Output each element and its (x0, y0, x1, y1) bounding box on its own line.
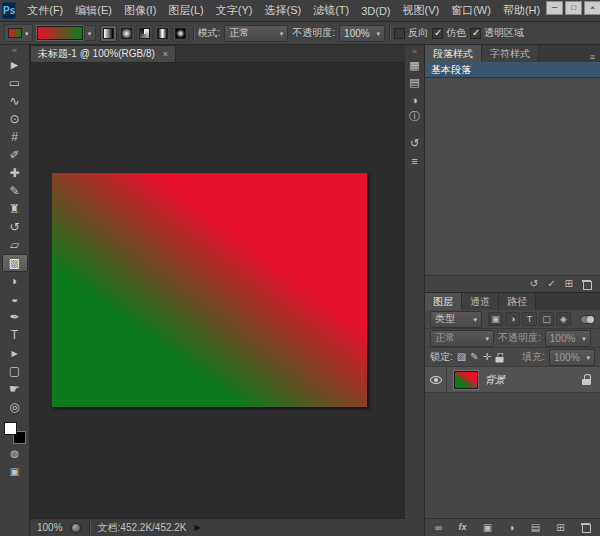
link-layers-icon[interactable]: ∞ (435, 523, 442, 533)
crop-tool[interactable]: # (2, 128, 28, 146)
history-brush-tool[interactable]: ↺ (2, 218, 28, 236)
layer-blend-mode-select[interactable]: 正常 (430, 330, 494, 347)
transparency-checkbox-group[interactable]: 透明区域 (470, 26, 524, 40)
filter-type-select[interactable]: 类型 (430, 311, 482, 328)
hand-tool[interactable]: ☛ (2, 380, 28, 398)
zoom-tool[interactable]: ◎ (2, 398, 28, 416)
add-layer-mask-icon[interactable]: ▣ (483, 523, 492, 533)
filter-pixel-layers-icon[interactable]: ▣ (488, 312, 503, 326)
filtering-toggle[interactable] (580, 315, 595, 324)
filter-adjustment-layers-icon[interactable]: ◑ (505, 312, 520, 326)
lock-position-icon[interactable]: ✛ (483, 352, 491, 362)
brush-tool[interactable]: ✎ (2, 182, 28, 200)
layer-visibility-cell[interactable] (425, 367, 447, 392)
delete-style-icon[interactable] (582, 279, 591, 290)
panel-menu-icon[interactable]: ≡ (585, 52, 600, 62)
lock-image-pixels-icon[interactable]: ✎ (470, 352, 478, 362)
filter-shape-layers-icon[interactable]: ▢ (539, 312, 554, 326)
swatches-panel-icon[interactable]: ▤ (406, 74, 424, 91)
tab-paragraph-styles[interactable]: 段落样式 (425, 45, 482, 62)
new-group-icon[interactable]: ▤ (531, 523, 540, 533)
gradient-preview-swatch[interactable] (37, 26, 83, 40)
diamond-gradient-button[interactable] (172, 25, 189, 42)
menu-3d[interactable]: 3D(D) (355, 0, 396, 21)
filter-type-layers-icon[interactable]: T (522, 312, 537, 326)
menu-edit[interactable]: 编辑(E) (69, 0, 118, 21)
foreground-color-swatch[interactable] (4, 422, 17, 435)
lock-all-icon[interactable] (495, 352, 503, 362)
tab-close-icon[interactable]: × (163, 49, 168, 59)
menu-layer[interactable]: 图层(L) (162, 0, 209, 21)
blend-mode-select[interactable]: 正常 (224, 25, 288, 42)
menu-window[interactable]: 窗口(W) (445, 0, 497, 21)
menu-file[interactable]: 文件(F) (21, 0, 69, 21)
lock-transparent-pixels-icon[interactable]: ▨ (457, 352, 466, 362)
pen-tool[interactable]: ✒ (2, 308, 28, 326)
close-button[interactable]: × (584, 1, 600, 15)
path-selection-tool[interactable]: ▸ (2, 344, 28, 362)
eyedropper-tool[interactable]: ✐ (2, 146, 28, 164)
history-panel-icon[interactable]: ↺ (406, 135, 424, 152)
layer-thumbnail[interactable] (454, 371, 478, 389)
dodge-tool[interactable]: ◒ (2, 290, 28, 308)
menu-help[interactable]: 帮助(H) (497, 0, 546, 21)
redefine-style-icon[interactable]: ✓ (547, 279, 555, 289)
quick-mask-button[interactable]: ◍ (2, 444, 28, 462)
screen-mode-button[interactable]: ▣ (2, 462, 28, 480)
gradient-picker-button[interactable] (84, 25, 96, 41)
menu-image[interactable]: 图像(I) (118, 0, 162, 21)
quick-selection-tool[interactable]: ⊙ (2, 110, 28, 128)
expand-panels-icon[interactable]: ‹‹ (412, 46, 417, 57)
dither-checkbox-group[interactable]: 仿色 (432, 26, 466, 40)
info-panel-icon[interactable]: ⓘ (406, 108, 424, 125)
maximize-button[interactable]: □ (565, 1, 582, 15)
menu-select[interactable]: 选择(S) (258, 0, 307, 21)
new-layer-icon[interactable]: ⊞ (556, 523, 564, 533)
lasso-tool[interactable]: ∿ (2, 92, 28, 110)
layer-effects-icon[interactable]: fx (458, 523, 466, 532)
clone-stamp-tool[interactable]: ♜ (2, 200, 28, 218)
angle-gradient-button[interactable] (136, 25, 153, 42)
move-tool[interactable]: ► (2, 56, 28, 74)
adjustments-panel-icon[interactable]: ◑ (406, 91, 424, 108)
tool-preset-picker[interactable] (4, 24, 33, 42)
filter-smart-objects-icon[interactable]: ◈ (556, 312, 571, 326)
menu-filter[interactable]: 滤镜(T) (307, 0, 355, 21)
eye-icon[interactable] (430, 376, 442, 384)
dither-checkbox[interactable] (432, 28, 443, 39)
fill-select[interactable]: 100% (549, 349, 595, 366)
canvas-image[interactable] (52, 173, 367, 407)
tab-paths[interactable]: 路径 (499, 293, 536, 310)
tab-character-styles[interactable]: 字符样式 (482, 45, 539, 62)
minimize-button[interactable]: ─ (546, 1, 563, 15)
document-tab[interactable]: 未标题-1 @ 100%(RGB/8) × (30, 45, 176, 62)
delete-layer-icon[interactable] (581, 522, 590, 533)
zoom-level-field[interactable]: 100% (37, 522, 63, 533)
radial-gradient-button[interactable] (118, 25, 135, 42)
reverse-checkbox-group[interactable]: 反向 (394, 26, 428, 40)
eraser-tool[interactable]: ▱ (2, 236, 28, 254)
reflected-gradient-button[interactable] (154, 25, 171, 42)
menu-view[interactable]: 视图(V) (397, 0, 446, 21)
foreground-background-colors[interactable] (4, 422, 26, 444)
reverse-checkbox[interactable] (394, 28, 405, 39)
layer-row-background[interactable]: 背景 (425, 367, 600, 393)
new-style-icon[interactable]: ⊞ (565, 279, 573, 289)
tab-layers[interactable]: 图层 (425, 293, 462, 310)
clear-overrides-icon[interactable]: ↺ (530, 279, 538, 289)
new-adjustment-layer-icon[interactable]: ◑ (508, 523, 514, 533)
rectangle-tool[interactable]: ▢ (2, 362, 28, 380)
color-panel-icon[interactable]: ▦ (406, 57, 424, 74)
tab-channels[interactable]: 通道 (462, 293, 499, 310)
rectangular-marquee-tool[interactable]: ▭ (2, 74, 28, 92)
opacity-select[interactable]: 100% (339, 25, 385, 42)
status-options-arrow-icon[interactable]: ▶ (195, 523, 201, 532)
sync-status-icon[interactable] (71, 523, 81, 533)
transparency-checkbox[interactable] (470, 28, 481, 39)
healing-brush-tool[interactable]: ✚ (2, 164, 28, 182)
gradient-tool[interactable]: ▧ (2, 254, 28, 272)
type-tool[interactable]: T (2, 326, 28, 344)
paragraph-style-item-basic[interactable]: 基本段落 (425, 62, 600, 78)
blur-tool[interactable]: ◗ (2, 272, 28, 290)
layer-opacity-select[interactable]: 100% (545, 330, 591, 347)
